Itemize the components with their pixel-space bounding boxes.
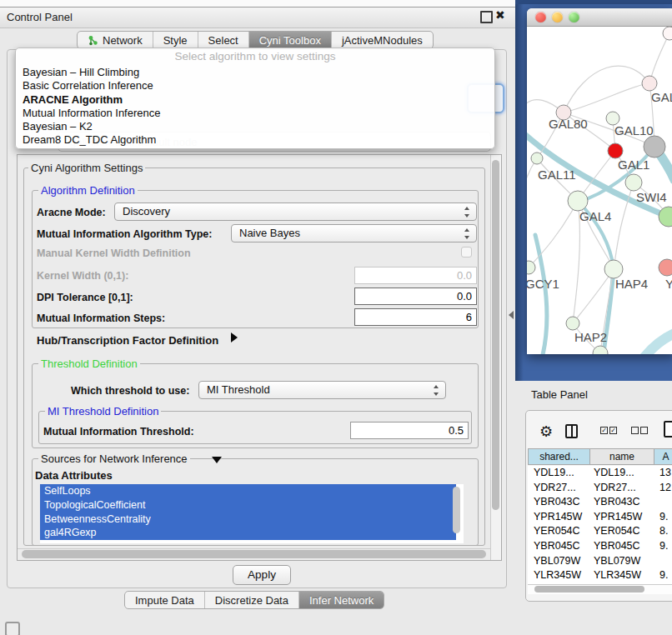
network-node-y[interactable]	[659, 259, 672, 276]
network-node-gal4[interactable]	[568, 191, 588, 211]
network-window-titlebar[interactable]	[527, 8, 672, 27]
table-cell: 9.	[654, 539, 668, 554]
select-all-checkbox-icon[interactable]: ✓	[600, 427, 608, 434]
network-node[interactable]	[659, 207, 672, 227]
control-panel-title: Control Panel	[7, 11, 73, 23]
column-browser-icon[interactable]	[565, 424, 578, 438]
tab-label: Cyni Toolbox	[259, 34, 321, 47]
export-table-icon[interactable]	[664, 421, 672, 438]
algorithm-option[interactable]: Basic Correlation Inference	[16, 79, 494, 92]
table-cell: YDL19...	[590, 466, 654, 481]
mi-type-combo[interactable]: Naive Bayes	[231, 224, 477, 242]
network-node-gal8[interactable]	[642, 76, 657, 91]
gear-icon[interactable]: ⚙	[539, 422, 553, 441]
which-threshold-combo[interactable]: MI Threshold	[198, 381, 446, 399]
desktop-shadow-edge	[515, 0, 524, 381]
table-row[interactable]: YBR045CYBR045C9.	[528, 539, 672, 554]
mi-threshold-field[interactable]: 0.5	[350, 422, 469, 439]
data-attribute-item[interactable]: SelfLoops	[40, 484, 456, 498]
sources-collapse-icon[interactable]	[212, 457, 222, 463]
settings-vscrollbar-thumb[interactable]	[492, 160, 499, 510]
tab-network[interactable]: Network	[78, 32, 153, 48]
control-panel-tabs: NetworkStyleSelectCyni ToolboxjActiveMNo…	[77, 31, 434, 49]
tab-jactivemnodules[interactable]: jActiveMNodules	[332, 32, 433, 48]
data-attributes-label: Data Attributes	[35, 469, 113, 482]
settings-hscrollbar-thumb[interactable]	[22, 550, 486, 558]
network-node-hap2[interactable]	[566, 317, 579, 330]
network-node-gal1[interactable]	[608, 143, 623, 158]
algorithm-option[interactable]: Dream8 DC_TDC Algorithm	[16, 133, 494, 147]
table-cell: YBL079W	[590, 554, 654, 569]
table-row[interactable]: YBL079WYBL079W	[528, 554, 672, 569]
float-window-icon[interactable]	[480, 11, 493, 23]
table-hscrollbar-thumb[interactable]	[534, 586, 644, 592]
data-attribute-item[interactable]: TopologicalCoefficient	[40, 498, 456, 512]
algorithm-option[interactable]: Mutual Information Inference	[16, 107, 494, 120]
table-row[interactable]: YDL19...YDL19...13	[528, 466, 672, 481]
column-header-name[interactable]: name	[590, 448, 654, 465]
network-view-window: GAL8GAL80GAL10GAL1GAL11SWI4GAL4GCY1HAP4Y…	[527, 8, 672, 354]
network-node[interactable]	[644, 136, 665, 158]
network-node-hap4[interactable]	[604, 260, 623, 278]
attributes-scrollbar-thumb[interactable]	[453, 487, 460, 533]
network-canvas[interactable]: GAL8GAL80GAL10GAL1GAL11SWI4GAL4GCY1HAP4Y…	[527, 27, 672, 354]
table-cell: YDR27...	[590, 481, 654, 496]
tab-style[interactable]: Style	[153, 32, 198, 48]
table-row[interactable]: YBR043CYBR043C	[528, 495, 672, 510]
zoom-traffic-light-icon[interactable]	[569, 12, 579, 22]
dpi-tolerance-field[interactable]: 0.0	[354, 288, 477, 305]
close-icon[interactable]: ✖	[495, 8, 505, 22]
table-row[interactable]: YDR27...YDR27...12	[528, 481, 672, 496]
kernel-width-field[interactable]: 0.0	[354, 267, 477, 284]
select-all-checkbox-icon-2[interactable]: ✓	[609, 427, 617, 434]
network-edge	[649, 33, 669, 83]
network-node[interactable]	[663, 27, 672, 40]
table-cell: YLR345W	[528, 568, 590, 583]
tab-label: jActiveMNodules	[342, 34, 423, 47]
table-row[interactable]: YER054CYER054C8.	[528, 524, 672, 539]
data-attribute-item[interactable]: BetweennessCentrality	[40, 512, 456, 527]
tab-cyni-toolbox[interactable]: Cyni Toolbox	[249, 32, 332, 48]
tab-select[interactable]: Select	[198, 32, 249, 48]
algorithm-option[interactable]: ARACNE Algorithm	[16, 93, 494, 107]
hub-expand-icon[interactable]	[231, 332, 238, 342]
deselect-all-checkbox-icon-2[interactable]	[640, 427, 648, 434]
column-header-third[interactable]: A	[654, 448, 672, 465]
algorithm-option[interactable]: Bayesian – Hill Climbing	[16, 66, 494, 79]
apply-button[interactable]: Apply	[233, 565, 291, 585]
minimize-traffic-light-icon[interactable]	[552, 12, 563, 22]
network-node-label: GAL10	[614, 123, 654, 138]
threshold-definition-title: Threshold Definition	[38, 358, 140, 370]
table-cell: 12	[654, 481, 671, 496]
network-node-label: GAL8	[651, 90, 672, 104]
manual-kernel-label: Manual Kernel Width Definition	[37, 248, 191, 259]
combo-stepper-icon	[464, 207, 470, 218]
network-node-swi4[interactable]	[625, 174, 642, 191]
network-node-label: SWI4	[636, 190, 667, 204]
table-cell: YPR145W	[528, 510, 590, 525]
bottom-tab-discretize-data[interactable]: Discretize Data	[205, 592, 299, 608]
bottom-tab-impute-data[interactable]: Impute Data	[125, 592, 205, 608]
network-node-gcy1[interactable]	[527, 261, 535, 274]
algorithm-definition-title: Algorithm Definition	[38, 184, 138, 197]
cyni-algorithm-settings-title: Cyni Algorithm Settings	[28, 162, 145, 174]
minimized-panel-icon[interactable]	[5, 622, 20, 635]
data-attributes-list: SelfLoopsTopologicalCoefficientBetweenne…	[40, 484, 464, 543]
splitpane-collapse-icon[interactable]	[509, 311, 514, 319]
aracne-mode-combo[interactable]: Discovery	[114, 202, 477, 221]
deselect-all-checkbox-icon[interactable]	[631, 427, 639, 434]
desktop-top-band	[515, 0, 672, 4]
column-header-shared-name[interactable]: shared...	[528, 448, 590, 465]
mi-steps-field[interactable]: 6	[354, 308, 477, 326]
manual-kernel-checkbox[interactable]	[461, 247, 472, 258]
table-cell: 9.	[654, 568, 668, 583]
bottom-tab-infer-network[interactable]: Infer Network	[299, 592, 384, 608]
data-attribute-item[interactable]: gal4RGexp	[40, 526, 456, 540]
combo-stepper-icon	[464, 228, 470, 240]
algorithm-option[interactable]: Bayesian – K2	[16, 120, 494, 133]
table-row[interactable]: YPR145WYPR145W9.	[528, 510, 672, 525]
table-cell: YDR27...	[528, 481, 590, 496]
table-row[interactable]: YLR345WYLR345W9.	[528, 568, 672, 583]
close-traffic-light-icon[interactable]	[535, 12, 546, 22]
network-node-gal11[interactable]	[531, 152, 543, 164]
